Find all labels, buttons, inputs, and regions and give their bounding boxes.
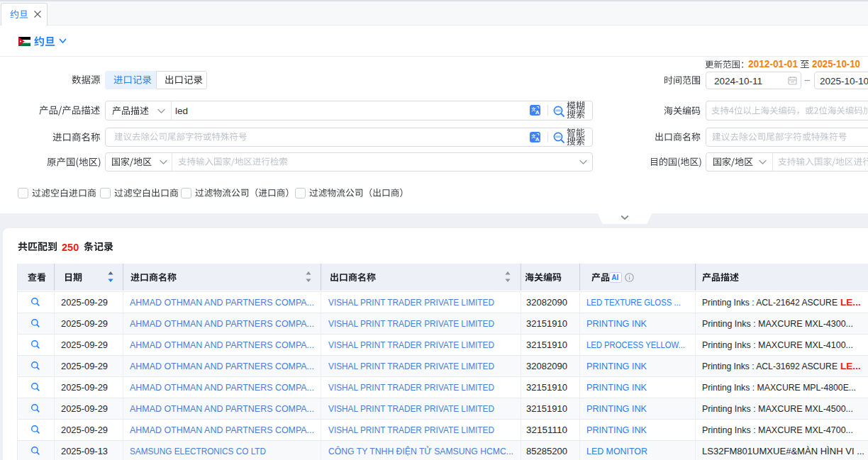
svg-text:2025-10-10: 2025-10-10	[812, 58, 860, 69]
svg-text:AI: AI	[611, 274, 618, 281]
svg-text:32151910: 32151910	[526, 403, 567, 414]
svg-text:AHMAD OTHMAN AND PARTNERS COMP: AHMAD OTHMAN AND PARTNERS COMPA...	[130, 296, 314, 307]
svg-text:32151910: 32151910	[526, 318, 567, 328]
svg-text:250: 250	[62, 241, 79, 252]
svg-text:VISHAL PRINT TRADER PRIVATE LI: VISHAL PRINT TRADER PRIVATE LIMITED	[328, 425, 494, 435]
svg-text:LE...: LE...	[840, 296, 861, 307]
svg-text:32151910: 32151910	[526, 339, 567, 349]
svg-text:2024-10-11: 2024-10-11	[714, 75, 762, 86]
svg-text:A: A	[535, 109, 540, 116]
svg-text:32151110: 32151110	[526, 425, 567, 435]
svg-text:VISHAL PRINT TRADER PRIVATE LI: VISHAL PRINT TRADER PRIVATE LIMITED	[328, 403, 494, 414]
svg-text:2012-01-01: 2012-01-01	[748, 58, 798, 69]
svg-text:CÔNG TY TNHH ĐIỆN TỬ SAMSUNG H: CÔNG TY TNHH ĐIỆN TỬ SAMSUNG HCMC...	[328, 446, 513, 456]
svg-text:VISHAL PRINT TRADER PRIVATE LI: VISHAL PRINT TRADER PRIVATE LIMITED	[328, 339, 494, 349]
svg-text:LED TEXTURE GLOSS ...: LED TEXTURE GLOSS ...	[586, 296, 681, 307]
svg-text:VISHAL PRINT TRADER PRIVATE LI: VISHAL PRINT TRADER PRIVATE LIMITED	[328, 318, 494, 328]
svg-text:PRINTING INK: PRINTING INK	[586, 425, 647, 435]
svg-text:LED PROCESS YELLOW...: LED PROCESS YELLOW...	[586, 339, 685, 349]
svg-text:SAMSUNG ELECTRONICS CO LTD: SAMSUNG ELECTRONICS CO LTD	[130, 446, 266, 456]
svg-text:2025-10-10: 2025-10-10	[820, 75, 868, 86]
svg-text:2025-09-13: 2025-09-13	[61, 446, 108, 456]
svg-text:AHMAD OTHMAN AND PARTNERS COMP: AHMAD OTHMAN AND PARTNERS COMPA...	[130, 381, 314, 392]
svg-text:Printing Inks : MAXCURE MXL-41: Printing Inks : MAXCURE MXL-4100...	[702, 339, 853, 349]
svg-text:32082090: 32082090	[526, 360, 567, 371]
svg-text:AHMAD OTHMAN AND PARTNERS COMP: AHMAD OTHMAN AND PARTNERS COMPA...	[130, 339, 314, 349]
svg-text:Printing Inks : ACL-21642 ASCU: Printing Inks : ACL-21642 ASCURE	[702, 296, 838, 307]
svg-text:2025-09-29: 2025-09-29	[61, 360, 108, 371]
svg-text:A: A	[535, 136, 540, 142]
svg-text:VISHAL PRINT TRADER PRIVATE LI: VISHAL PRINT TRADER PRIVATE LIMITED	[328, 296, 494, 307]
svg-text:2025-09-29: 2025-09-29	[61, 381, 108, 392]
svg-text:85285200: 85285200	[526, 446, 567, 456]
svg-text:led: led	[175, 105, 188, 116]
svg-text:VISHAL PRINT TRADER PRIVATE LI: VISHAL PRINT TRADER PRIVATE LIMITED	[328, 381, 494, 392]
svg-text:Printing Inks : MAXCURE MXL-43: Printing Inks : MAXCURE MXL-4300...	[702, 318, 853, 328]
svg-text:VISHAL PRINT TRADER PRIVATE LI: VISHAL PRINT TRADER PRIVATE LIMITED	[328, 360, 494, 371]
svg-text:2025-09-29: 2025-09-29	[61, 318, 108, 328]
svg-text:Printing Inks : MAXCURE MXL-45: Printing Inks : MAXCURE MXL-4500...	[702, 403, 853, 414]
svg-text:Printing Inks : ACL-31692 ASCU: Printing Inks : ACL-31692 ASCURE	[702, 360, 838, 371]
svg-text:AHMAD OTHMAN AND PARTNERS COMP: AHMAD OTHMAN AND PARTNERS COMPA...	[130, 318, 314, 328]
svg-text:LED MONITOR: LED MONITOR	[586, 446, 647, 456]
svg-text:2025-09-29: 2025-09-29	[61, 296, 108, 307]
svg-text:PRINTING INK: PRINTING INK	[586, 318, 647, 328]
svg-text:Printing Inks : MAXCURE MPL-48: Printing Inks : MAXCURE MPL-4800E...	[702, 381, 856, 392]
svg-text:PRINTING INK: PRINTING INK	[586, 403, 647, 414]
svg-text:32082090: 32082090	[526, 296, 567, 307]
svg-text:AHMAD OTHMAN AND PARTNERS COMP: AHMAD OTHMAN AND PARTNERS COMPA...	[130, 425, 314, 435]
svg-text:32151910: 32151910	[526, 381, 567, 392]
svg-text:2025-09-29: 2025-09-29	[61, 425, 108, 435]
svg-text:LS32FM801UMXUE#&MÀN HÌNH VI ..: LS32FM801UMXUE#&MÀN HÌNH VI ...	[702, 446, 864, 456]
svg-text:2025-09-29: 2025-09-29	[61, 339, 108, 349]
svg-text:AHMAD OTHMAN AND PARTNERS COMP: AHMAD OTHMAN AND PARTNERS COMPA...	[130, 403, 314, 414]
svg-text:LE...: LE...	[840, 360, 861, 371]
svg-text:PRINTING INK: PRINTING INK	[586, 381, 647, 392]
svg-text:AHMAD OTHMAN AND PARTNERS COMP: AHMAD OTHMAN AND PARTNERS COMPA...	[130, 360, 314, 371]
svg-text:Printing Inks : MAXCURE MXL-47: Printing Inks : MAXCURE MXL-4700...	[702, 425, 853, 435]
svg-text:PRINTING INK: PRINTING INK	[586, 360, 647, 371]
svg-text:2025-09-29: 2025-09-29	[61, 403, 108, 414]
